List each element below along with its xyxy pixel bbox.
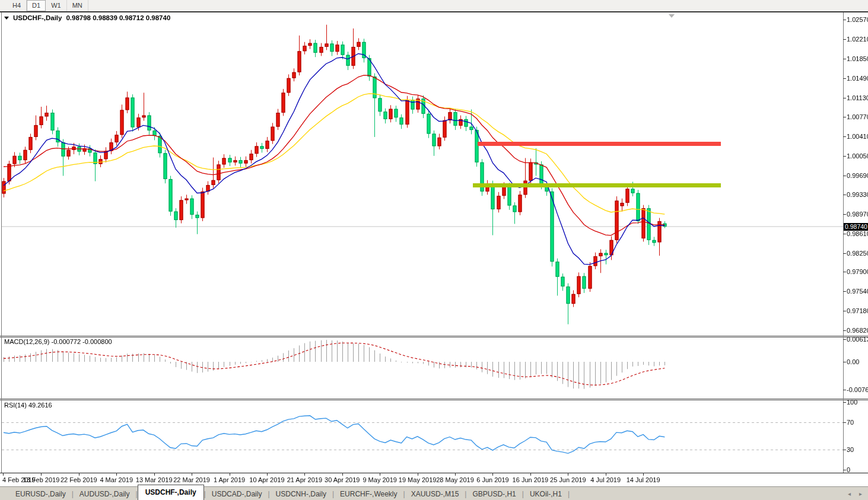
time-axis-label: 21 Apr 2019 bbox=[287, 476, 322, 483]
price-axis-label: 1.00050 bbox=[847, 152, 868, 160]
price-axis-label: 0.96820 bbox=[847, 327, 868, 334]
price-axis-label: 1.01490 bbox=[847, 75, 868, 82]
timeframe-button-w1[interactable]: W1 bbox=[46, 0, 67, 11]
chart-tab-bar: EURUSD-,Daily|AUDUSD-,Daily|USDCHF-,Dail… bbox=[0, 486, 868, 500]
price-axis-label: 0.98250 bbox=[847, 250, 868, 257]
price-axis-label: 1.00410 bbox=[847, 133, 868, 140]
timeframe-button-h4[interactable]: H4 bbox=[7, 0, 27, 11]
price-axis-label: 0.98970 bbox=[847, 211, 868, 218]
time-axis-label: 22 Mar 2019 bbox=[173, 476, 210, 483]
time-axis-label: 9 May 2019 bbox=[363, 476, 396, 483]
time-axis-label: 13 Feb 2019 bbox=[23, 476, 60, 483]
time-axis-label: 6 Jun 2019 bbox=[476, 476, 508, 483]
chart-tab-ukoil[interactable]: UKOil-,H1 bbox=[524, 488, 568, 500]
macd-indicator-label: MACD(12,26,9) -0.000772 -0.000800 bbox=[4, 338, 112, 345]
chart-tab-audusd[interactable]: AUDUSD-,Daily bbox=[74, 488, 136, 500]
rsi-axis-label: 0 bbox=[847, 466, 850, 473]
macd-axis-label: 0.00 bbox=[847, 358, 859, 365]
mt4-chart-window: H4D1W1MN USDCHF-,Daily 0.98798 0.98839 0… bbox=[0, 0, 868, 500]
price-axis-label: 0.99690 bbox=[847, 172, 868, 179]
tab-scroll-right-icon[interactable]: ▸ bbox=[859, 491, 862, 497]
chart-tab-eurusd[interactable]: EURUSD-,Daily bbox=[9, 488, 72, 500]
timeframe-button-mn[interactable]: MN bbox=[67, 0, 88, 11]
price-axis-label: 1.01850 bbox=[847, 55, 868, 62]
chart-tab-usdcad[interactable]: USDCAD-,Daily bbox=[206, 488, 268, 500]
rsi-indicator-label: RSI(14) 49.2616 bbox=[4, 402, 52, 409]
current-price-tag: 0.98740 bbox=[844, 223, 868, 231]
macd-axis-label: 0.00613 bbox=[847, 336, 868, 343]
time-axis-label: 13 Mar 2019 bbox=[136, 476, 173, 483]
timeframe-button-d1[interactable]: D1 bbox=[27, 0, 46, 11]
price-axis-label: 1.02210 bbox=[847, 36, 868, 43]
chart-tab-usdcnh[interactable]: USDCNH-,Daily bbox=[270, 488, 332, 500]
chart-title: USDCHF-,Daily 0.98798 0.98839 0.98712 0.… bbox=[4, 14, 170, 21]
price-axis-label: 1.00770 bbox=[847, 113, 868, 120]
price-axis-label: 0.97540 bbox=[847, 288, 868, 295]
time-axis-label: 1 Apr 2019 bbox=[214, 476, 245, 483]
time-axis-label: 4 Jul 2019 bbox=[590, 476, 621, 483]
chart-tab-gbpusd[interactable]: GBPUSD-,H1 bbox=[466, 488, 522, 500]
chart-shift-icon[interactable] bbox=[669, 14, 675, 18]
tab-scroll-left-icon[interactable]: ◂ bbox=[848, 491, 851, 497]
price-axis-label: 0.97900 bbox=[847, 268, 868, 275]
price-axis-label: 0.97180 bbox=[847, 307, 868, 314]
time-axis-label: 14 Jul 2019 bbox=[627, 476, 660, 483]
price-axis-label: 1.01130 bbox=[847, 94, 868, 101]
rsi-axis-label: 70 bbox=[847, 419, 854, 426]
tab-separator: | bbox=[568, 490, 570, 498]
rsi-axis-label: 30 bbox=[847, 446, 854, 453]
chart-ohlc-values: 0.98798 0.98839 0.98712 0.98740 bbox=[66, 14, 170, 21]
time-axis-label: 28 May 2019 bbox=[436, 476, 474, 483]
price-chart-canvas[interactable] bbox=[0, 0, 868, 500]
timeframe-toolbar: H4D1W1MN bbox=[0, 0, 868, 11]
chart-tab-eurchf[interactable]: EURCHF-,Weekly bbox=[334, 488, 403, 500]
time-axis-label: 10 Apr 2019 bbox=[249, 476, 284, 483]
symbol-dropdown-icon[interactable] bbox=[4, 17, 9, 20]
time-axis-label: 25 Jun 2019 bbox=[550, 476, 586, 483]
chart-tab-xauusd[interactable]: XAUUSD-,M15 bbox=[405, 488, 465, 500]
macd-axis-label: -0.007612 bbox=[847, 386, 868, 393]
time-axis-label: 16 Jun 2019 bbox=[513, 476, 549, 483]
price-axis-label: 0.98610 bbox=[847, 230, 868, 237]
chart-tab-usdchf[interactable]: USDCHF-,Daily bbox=[138, 485, 204, 500]
price-axis-label: 0.99330 bbox=[847, 191, 868, 198]
time-axis-label: 30 Apr 2019 bbox=[325, 476, 360, 483]
rsi-axis-label: 100 bbox=[847, 399, 857, 406]
time-axis-label: 19 May 2019 bbox=[399, 476, 437, 483]
time-axis-label: 22 Feb 2019 bbox=[61, 476, 97, 483]
chart-symbol-label: USDCHF-,Daily bbox=[13, 14, 62, 21]
price-axis-label: 1.02570 bbox=[847, 16, 868, 23]
time-axis-label: 4 Mar 2019 bbox=[100, 476, 133, 483]
